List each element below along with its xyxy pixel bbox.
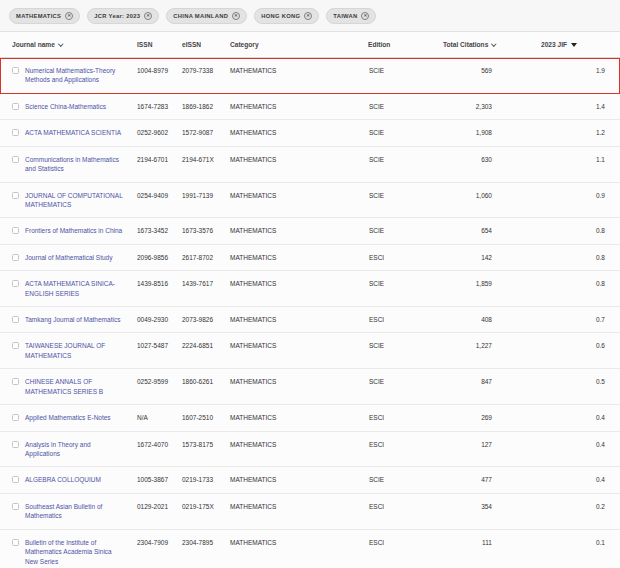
journal-name-link[interactable]: Analysis in Theory and Applications [25,440,126,459]
journal-name-link[interactable]: Communications in Mathematics and Statis… [25,155,126,174]
journal-name-link[interactable]: Applied Mathematics E-Notes [25,413,111,422]
row-checkbox[interactable] [12,414,19,421]
row-checkbox[interactable] [12,192,19,199]
row-checkbox[interactable] [12,227,19,234]
edition-value: SCIE [364,333,440,368]
citations-value: 1,060 [440,183,538,218]
eissn-value: 2194-671X [179,147,227,182]
jif-value: 0.8 [538,218,620,243]
jif-value: 0.1 [538,530,620,568]
table-row: JOURNAL OF COMPUTATIONAL MATHEMATICS 025… [0,183,620,219]
journal-name-link[interactable]: ACTA MATHEMATICA SINICA-ENGLISH SERIES [25,279,126,298]
jif-value: 0.4 [538,467,620,492]
row-checkbox[interactable] [12,342,19,349]
table-row: Applied Mathematics E-Notes N/A 1607-251… [0,405,620,431]
filter-chip-label: JCR Year: 2023 [94,13,140,19]
row-checkbox[interactable] [12,503,19,510]
journal-name-link[interactable]: JOURNAL OF COMPUTATIONAL MATHEMATICS [25,191,126,210]
journal-name-cell: Analysis in Theory and Applications [0,432,134,467]
journal-name-cell: Communications in Mathematics and Statis… [0,147,134,182]
column-2023-jif[interactable]: 2023 JIF [538,32,620,57]
column-edition: Edition [364,32,440,57]
journal-name-cell: Journal of Mathematical Study [0,245,134,270]
category-value: MATHEMATICS [227,183,364,218]
citations-value: 1,908 [440,120,538,145]
filter-chip: MATHEMATICS ✕ [9,8,80,24]
close-icon[interactable]: ✕ [304,12,312,20]
issn-value: 1027-5487 [134,333,179,368]
edition-value: ESCI [364,432,440,467]
edition-value: ESCI [364,494,440,529]
jif-value: 0.8 [538,271,620,306]
jif-value: 0.6 [538,333,620,368]
journal-name-link[interactable]: CHINESE ANNALS OF MATHEMATICS SERIES B [25,377,126,396]
row-checkbox[interactable] [12,254,19,261]
row-checkbox[interactable] [12,316,19,323]
jif-value: 1.2 [538,120,620,145]
issn-value: 0252-9599 [134,369,179,404]
table-row: Tamkang Journal of Mathematics 0049-2930… [0,307,620,333]
journal-name-link[interactable]: ACTA MATHEMATICA SCIENTIA [25,128,121,137]
close-icon[interactable]: ✕ [65,12,73,20]
journal-name-link[interactable]: Tamkang Journal of Mathematics [25,315,120,324]
column-journal-name[interactable]: Journal name [0,32,134,57]
category-value: MATHEMATICS [227,467,364,492]
jcr-journal-list-page: MATHEMATICS ✕ JCR Year: 2023 ✕ CHINA MAI… [0,0,620,568]
journal-name-link[interactable]: Numerical Mathematics-Theory Methods and… [25,66,126,85]
row-checkbox[interactable] [12,378,19,385]
journal-name-link[interactable]: Bulletin of the Institute of Mathematics… [25,538,126,566]
journal-name-cell: JOURNAL OF COMPUTATIONAL MATHEMATICS [0,183,134,218]
journal-name-cell: Applied Mathematics E-Notes [0,405,134,430]
category-value: MATHEMATICS [227,147,364,182]
journal-name-link[interactable]: Southeast Asian Bulletin of Mathematics [25,502,126,521]
category-value: MATHEMATICS [227,120,364,145]
eissn-value: 1572-9087 [179,120,227,145]
column-eissn: eISSN [179,32,227,57]
eissn-value: 1439-7617 [179,271,227,306]
journal-name-link[interactable]: TAIWANESE JOURNAL OF MATHEMATICS [25,341,126,360]
row-checkbox[interactable] [12,280,19,287]
row-checkbox[interactable] [12,103,19,110]
journal-name-link[interactable]: Journal of Mathematical Study [25,253,112,262]
row-checkbox[interactable] [12,156,19,163]
table-row: Communications in Mathematics and Statis… [0,147,620,183]
table-row: ACTA MATHEMATICA SCIENTIA 0252-9602 1572… [0,120,620,146]
journal-name-link[interactable]: Science China-Mathematics [25,102,106,111]
jif-value: 0.4 [538,405,620,430]
column-category-label: Category [230,41,259,48]
table-row: TAIWANESE JOURNAL OF MATHEMATICS 1027-54… [0,333,620,369]
journal-name-link[interactable]: ALGEBRA COLLOQUIUM [25,475,101,484]
issn-value: 1004-8979 [134,58,179,93]
eissn-value: 1860-6261 [179,369,227,404]
category-value: MATHEMATICS [227,307,364,332]
edition-value: SCIE [364,183,440,218]
filter-chip: HONG KONG ✕ [254,8,319,24]
table-row: Analysis in Theory and Applications 1672… [0,432,620,468]
citations-value: 2,303 [440,94,538,119]
issn-value: 2194-6701 [134,147,179,182]
table-row: Numerical Mathematics-Theory Methods and… [0,58,620,94]
journal-name-cell: Numerical Mathematics-Theory Methods and… [0,58,134,93]
row-checkbox[interactable] [12,441,19,448]
edition-value: SCIE [364,94,440,119]
table-row: Science China-Mathematics 1674-7283 1869… [0,94,620,120]
table-row: ALGEBRA COLLOQUIUM 1005-3867 0219-1733 M… [0,467,620,493]
filter-chip: CHINA MAINLAND ✕ [166,8,247,24]
eissn-value: 2617-8702 [179,245,227,270]
eissn-value: 1673-3576 [179,218,227,243]
row-checkbox[interactable] [12,67,19,74]
table-row: Southeast Asian Bulletin of Mathematics … [0,494,620,530]
citations-value: 354 [440,494,538,529]
sort-desc-icon [571,43,577,47]
row-checkbox[interactable] [12,476,19,483]
close-icon[interactable]: ✕ [361,12,369,20]
close-icon[interactable]: ✕ [144,12,152,20]
row-checkbox[interactable] [12,129,19,136]
close-icon[interactable]: ✕ [232,12,240,20]
eissn-value: 2224-6851 [179,333,227,368]
column-total-citations[interactable]: Total Citations [440,32,538,57]
journal-name-link[interactable]: Frontiers of Mathematics in China [25,226,122,235]
journal-name-cell: Southeast Asian Bulletin of Mathematics [0,494,134,529]
row-checkbox[interactable] [12,539,19,546]
citations-value: 1,859 [440,271,538,306]
